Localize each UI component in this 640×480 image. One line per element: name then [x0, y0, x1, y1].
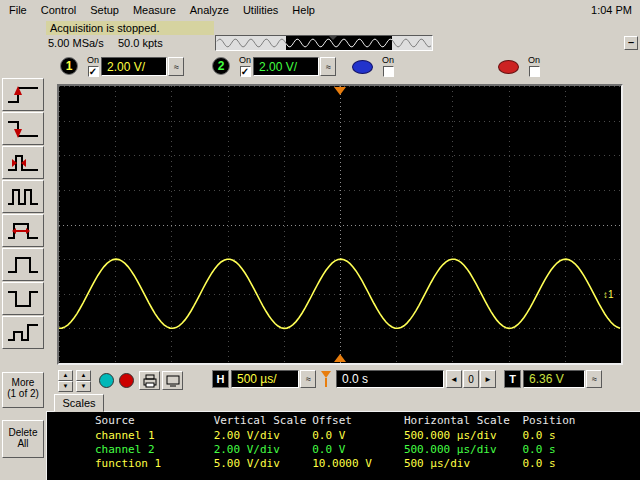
trigger-pattern-button[interactable]	[2, 180, 44, 213]
menu-analyze[interactable]: Analyze	[183, 1, 236, 19]
more-button-label: More	[3, 377, 43, 388]
cell-position: 0.0 s	[523, 429, 583, 442]
function1-ground-marker-icon[interactable]: ↕1	[603, 289, 614, 300]
memory-depth: 50.0 kpts	[118, 37, 163, 49]
horizontal-scale-box[interactable]: 500 µs/	[231, 370, 299, 388]
channel3-badge[interactable]	[352, 60, 373, 74]
trigger-pulse-negative-button[interactable]	[2, 282, 44, 315]
waveform-display[interactable]: ↕1	[57, 84, 623, 365]
cell-offset: 0.0 V	[312, 429, 397, 442]
channel1-badge[interactable]: 1	[60, 57, 78, 75]
run-button[interactable]	[99, 373, 114, 388]
more-button[interactable]: More (1 of 2)	[2, 372, 44, 408]
channel1-scale-spin-button[interactable]: ≈	[168, 57, 184, 76]
print-button[interactable]	[139, 371, 160, 390]
stop-button[interactable]	[119, 373, 134, 388]
minimize-panel-button[interactable]: –	[624, 36, 638, 50]
spinner-up-icon[interactable]: ▲	[58, 370, 73, 381]
trigger-edge-falling-button[interactable]	[2, 112, 44, 145]
spinner-down-icon[interactable]: ▼	[58, 381, 73, 392]
spinner-up-icon[interactable]: ▲	[76, 370, 91, 381]
cell-position: 0.0 s	[523, 457, 583, 470]
channel2-on-control[interactable]: On ✓	[235, 55, 255, 77]
cell-vertical-scale: 5.00 V/div	[214, 457, 306, 470]
pan-right-button[interactable]: ►	[480, 370, 496, 388]
channel2-scale-spin-button[interactable]: ≈	[320, 57, 336, 76]
trigger-pattern-icon	[5, 183, 41, 211]
center-zero-button[interactable]: 0	[463, 370, 479, 388]
check-icon: ✓	[241, 66, 249, 77]
header-vertical-scale: Vertical Scale	[214, 414, 306, 427]
scales-row-function1[interactable]: function 1 5.00 V/div 10.0000 V 500 µs/d…	[47, 457, 640, 470]
delete-all-button-sublabel: All	[3, 438, 43, 449]
scope-graticule: ↕1	[59, 86, 621, 363]
right-arrow-icon: ►	[484, 375, 492, 384]
sample-rate: 5.00 MSa/s	[48, 37, 104, 49]
trigger-time-marker-bottom-icon[interactable]	[334, 354, 346, 362]
cell-horizontal-scale: 500.000 µs/div	[404, 429, 516, 442]
menu-measure[interactable]: Measure	[126, 1, 183, 19]
cell-offset: 0.0 V	[312, 443, 397, 456]
channel4-on-control[interactable]: On	[524, 55, 544, 77]
trigger-pulse-width-button[interactable]	[2, 214, 44, 247]
channel1-on-control[interactable]: On ✓	[83, 55, 103, 77]
channel3-on-checkbox[interactable]	[383, 66, 394, 77]
channel1-on-checkbox[interactable]: ✓	[88, 66, 99, 77]
trigger-edge-falling-icon	[5, 115, 41, 143]
scales-row-channel2[interactable]: channel 2 2.00 V/div 0.0 V 500.000 µs/di…	[47, 443, 640, 456]
trigger-badge: T	[504, 370, 521, 388]
cell-source: channel 1	[95, 429, 207, 442]
oscilloscope-app-window: { "window": { "clock": "1:04 PM" }, "men…	[0, 0, 640, 480]
channel3-on-label: On	[378, 55, 398, 65]
pan-left-button[interactable]: ◄	[446, 370, 462, 388]
trigger-edge-rising-button[interactable]	[2, 78, 44, 111]
channel3-on-control[interactable]: On	[378, 55, 398, 77]
menu-setup[interactable]: Setup	[83, 1, 126, 19]
delete-all-button[interactable]: Delete All	[2, 420, 44, 458]
acquisition-preview-strip[interactable]	[215, 35, 433, 51]
delete-all-button-label: Delete	[3, 427, 43, 438]
horizontal-badge: H	[212, 370, 229, 388]
horizontal-position-box[interactable]: 0.0 s	[336, 370, 444, 388]
graticule-grid	[59, 86, 621, 363]
channel2-scale-box[interactable]: 2.00 V/	[253, 57, 319, 76]
horizontal-scale-spin-button[interactable]: ≈	[300, 370, 316, 388]
trigger-pulse-width-icon	[5, 217, 41, 245]
clock: 1:04 PM	[591, 4, 632, 16]
trigger-runt-icon	[5, 319, 41, 347]
acquisition-status: Acquisition is stopped.	[46, 21, 214, 35]
cell-vertical-scale: 2.00 V/div	[214, 443, 306, 456]
scales-row-channel1[interactable]: channel 1 2.00 V/div 0.0 V 500.000 µs/di…	[47, 429, 640, 442]
trigger-level-box[interactable]: 6.36 V	[523, 370, 585, 388]
menu-help[interactable]: Help	[285, 1, 322, 19]
header-position: Position	[523, 414, 583, 427]
adjust-spinner-1[interactable]: ▲ ▼	[58, 370, 73, 392]
cell-horizontal-scale: 500.000 µs/div	[404, 443, 516, 456]
trigger-glitch-button[interactable]	[2, 146, 44, 179]
scales-panel: Source Vertical Scale Offset Horizontal …	[46, 411, 640, 480]
trigger-pulse-positive-button[interactable]	[2, 248, 44, 281]
screen-copy-button[interactable]	[162, 371, 183, 390]
channel2-on-checkbox[interactable]: ✓	[240, 66, 251, 77]
menu-bar: File Control Setup Measure Analyze Utili…	[0, 0, 640, 20]
trigger-runt-button[interactable]	[2, 316, 44, 349]
channel2-on-label: On	[235, 55, 255, 65]
channel1-scale-box[interactable]: 2.00 V/	[101, 57, 167, 76]
menu-utilities[interactable]: Utilities	[236, 1, 285, 19]
trigger-level-spin-button[interactable]: ≈	[586, 370, 602, 388]
trigger-position-marker-icon	[319, 369, 333, 389]
adjust-spinner-2[interactable]: ▲ ▼	[76, 370, 91, 392]
cell-position: 0.0 s	[523, 443, 583, 456]
tab-scales[interactable]: Scales	[54, 394, 104, 412]
spinner-down-icon[interactable]: ▼	[76, 381, 91, 392]
cell-offset: 10.0000 V	[312, 457, 397, 470]
sine-waveform-trace	[59, 259, 620, 328]
channel4-badge[interactable]	[498, 60, 519, 74]
menu-control[interactable]: Control	[34, 1, 83, 19]
channel4-on-checkbox[interactable]	[529, 66, 540, 77]
trigger-time-marker-top-icon[interactable]	[334, 87, 346, 95]
channel2-badge[interactable]: 2	[212, 57, 230, 75]
menu-file[interactable]: File	[2, 1, 34, 19]
left-arrow-icon: ◄	[450, 375, 458, 384]
trigger-pulse-positive-icon	[5, 251, 41, 279]
